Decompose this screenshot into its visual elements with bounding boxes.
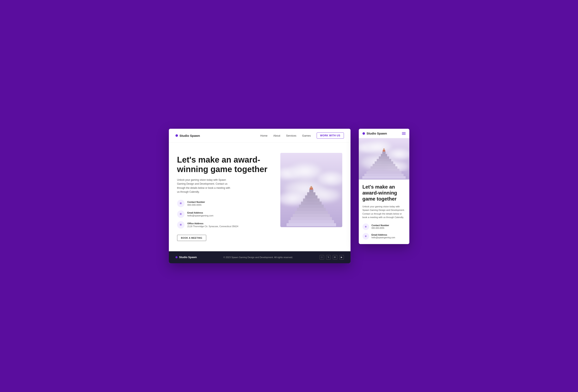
- footer-social-icons: □ 𝕏 in ▶: [320, 255, 344, 260]
- contact-phone-value: 000-000-0055: [188, 204, 205, 206]
- logo-dot-icon: [176, 134, 178, 137]
- mobile-hero-description: Unlock your gaming vision today with Spa…: [362, 205, 406, 219]
- contact-email-value: hello@spawngaming.com: [188, 214, 213, 217]
- contact-item-phone: ✳ Contact Number 000-000-0055: [177, 200, 272, 207]
- mobile-contact-items: ✳ Contact Number 000-000-0055 ✳ Email Ad…: [362, 223, 406, 240]
- svg-rect-18: [371, 166, 397, 169]
- svg-rect-0: [287, 223, 336, 226]
- svg-rect-1: [289, 220, 334, 223]
- staircase-svg: [285, 185, 338, 226]
- contact-items: ✳ Contact Number 000-000-0055 ✳ Email Ad…: [177, 200, 272, 229]
- svg-rect-6: [299, 205, 324, 208]
- mobile-staircase-svg: [361, 146, 407, 179]
- mobile-contact-phone-value: 000-000-0055: [372, 227, 389, 229]
- instagram-icon[interactable]: □: [320, 255, 324, 260]
- hero-description: Unlock your gaming vision today with Spa…: [177, 178, 231, 194]
- hero-image: [280, 153, 342, 227]
- svg-rect-17: [369, 169, 399, 171]
- svg-rect-10: [307, 192, 315, 195]
- mobile-contact-email-value: hello@spawngaming.com: [372, 236, 395, 239]
- hamburger-line-1: [402, 132, 406, 133]
- hamburger-line-2: [402, 133, 406, 134]
- mobile-logo-group: Studio Spawn: [362, 132, 387, 135]
- contact-address-label: Office Address: [188, 222, 239, 225]
- mobile-contact-phone-icon-wrap: ✳: [362, 223, 369, 230]
- svg-rect-12: [310, 187, 313, 190]
- nav-link-games[interactable]: Games: [302, 134, 311, 137]
- svg-rect-5: [297, 208, 326, 211]
- mobile-scene: [359, 138, 409, 179]
- mobile-staircase: [361, 146, 407, 179]
- contact-email-label: Email Address: [188, 212, 213, 214]
- nav-link-home[interactable]: Home: [260, 134, 268, 137]
- contact-address-value: 2118 Thornridge Cir. Syracuse, Connectic…: [188, 225, 239, 227]
- svg-rect-19: [373, 164, 395, 166]
- svg-rect-20: [375, 161, 393, 164]
- footer-logo-text: Studio Spawn: [179, 256, 197, 259]
- nav-cta-button[interactable]: WORK WITH US: [317, 132, 344, 139]
- mobile-contact-item-phone: ✳ Contact Number 000-000-0055: [362, 223, 406, 230]
- mobile-logo-text: Studio Spawn: [367, 132, 387, 135]
- contact-item-email: ✳ Email Address hello@spawngaming.com: [177, 211, 272, 218]
- asterisk-icon: ✳: [179, 202, 182, 205]
- svg-rect-14: [362, 176, 406, 179]
- hamburger-line-3: [402, 134, 406, 135]
- contact-address-text: Office Address 2118 Thornridge Cir. Syra…: [188, 222, 239, 227]
- svg-rect-9: [305, 195, 318, 198]
- svg-rect-13: [310, 186, 312, 188]
- footer-logo-dot-icon: [176, 256, 178, 258]
- twitter-icon[interactable]: 𝕏: [326, 255, 331, 260]
- svg-rect-25: [383, 150, 385, 152]
- svg-rect-23: [381, 154, 387, 156]
- svg-rect-7: [301, 202, 322, 205]
- desktop-nav: Studio Spawn Home About Services Games W…: [169, 129, 350, 143]
- desktop-screen: Studio Spawn Home About Services Games W…: [169, 129, 350, 263]
- mobile-logo-dot-icon: [362, 132, 365, 135]
- mobile-contact-email-label: Email Address: [372, 234, 395, 236]
- book-meeting-button[interactable]: BOOK A MEETING: [177, 235, 206, 241]
- desktop-nav-links: Home About Services Games WORK WITH US: [260, 132, 344, 139]
- svg-rect-16: [366, 171, 401, 174]
- mobile-content: Let's make an award-winning game togethe…: [359, 179, 409, 244]
- svg-rect-24: [382, 151, 385, 154]
- footer-logo-group: Studio Spawn: [176, 256, 197, 259]
- asterisk-icon-3: ✳: [179, 223, 182, 226]
- staircase: [285, 185, 338, 227]
- svg-rect-11: [309, 189, 313, 192]
- desktop-logo-text: Studio Spawn: [180, 134, 200, 137]
- asterisk-icon-2: ✳: [179, 213, 182, 216]
- svg-rect-3: [293, 214, 330, 217]
- svg-rect-2: [291, 217, 332, 220]
- svg-rect-8: [303, 198, 320, 202]
- desktop-hero: Let's make an award-winning game togethe…: [169, 143, 350, 251]
- scene: [280, 153, 342, 227]
- svg-rect-4: [295, 211, 328, 214]
- svg-rect-26: [383, 148, 385, 150]
- mobile-hero-title: Let's make an award-winning game togethe…: [362, 184, 406, 202]
- mobile-contact-phone-text: Contact Number 000-000-0055: [372, 224, 389, 229]
- nav-link-services[interactable]: Services: [286, 134, 296, 137]
- svg-rect-21: [377, 159, 391, 161]
- linkedin-icon[interactable]: in: [333, 255, 337, 260]
- mobile-asterisk-icon: ✳: [365, 225, 367, 228]
- mobile-nav: Studio Spawn: [359, 129, 409, 138]
- youtube-icon[interactable]: ▶: [339, 255, 344, 260]
- hamburger-menu-button[interactable]: [402, 132, 406, 135]
- cloud-2: [289, 163, 322, 180]
- mobile-contact-email-text: Email Address hello@spawngaming.com: [372, 234, 395, 239]
- desktop-logo-group: Studio Spawn: [176, 134, 200, 137]
- svg-rect-22: [379, 156, 389, 159]
- nav-link-about[interactable]: About: [273, 134, 280, 137]
- mobile-screen: Studio Spawn: [359, 129, 409, 244]
- contact-email-text: Email Address hello@spawngaming.com: [188, 212, 213, 217]
- mobile-contact-phone-label: Contact Number: [372, 224, 389, 226]
- contact-email-icon-wrap: ✳: [177, 211, 185, 218]
- mobile-asterisk-icon-2: ✳: [365, 235, 367, 238]
- screens-container: Studio Spawn Home About Services Games W…: [169, 129, 409, 263]
- svg-rect-15: [364, 174, 404, 176]
- contact-address-icon-wrap: ✳: [177, 221, 185, 229]
- contact-phone-icon-wrap: ✳: [177, 200, 185, 207]
- mobile-hero-image: [359, 138, 409, 179]
- hero-title: Let's make an award-winning game togethe…: [177, 155, 272, 174]
- hero-content: Let's make an award-winning game togethe…: [177, 153, 272, 241]
